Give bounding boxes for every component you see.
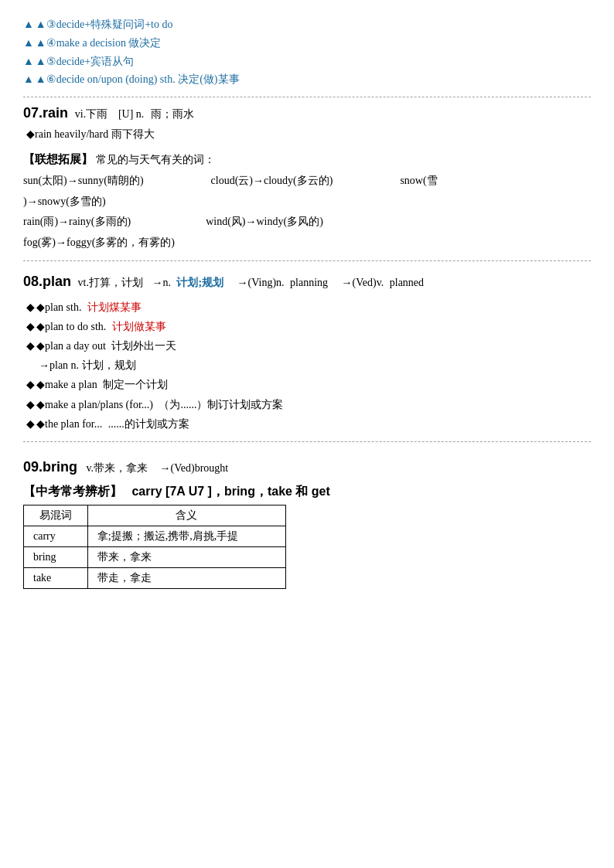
- plan-def1: vt.打算，计划: [78, 277, 143, 288]
- expand-word-2: snow(雪: [400, 175, 437, 186]
- blue-triangle-6: ▲: [23, 73, 34, 85]
- table-header-row: 易混词 含义: [24, 505, 286, 526]
- plan-bullet5: ◆◆make a plan/plans (for...) （为......）制订…: [23, 395, 591, 414]
- table-row-carry: carry 拿;提搬；搬运,携带,肩挑,手提: [24, 526, 286, 547]
- plan-bullet2: ◆◆plan to do sth. 计划做某事: [23, 317, 591, 336]
- vocab-table-wrapper: 易混词 含义 carry 拿;提搬；搬运,携带,肩挑,手提 bring 带来，拿…: [23, 505, 591, 589]
- plan-bullet1-cn: 计划煤某事: [87, 301, 142, 313]
- page-content: ▲▲③decide+特殊疑问词+to do ▲▲④make a decision…: [23, 15, 591, 589]
- plan-bullet1: ◆◆plan sth. 计划煤某事: [23, 298, 591, 317]
- rain-header: 07.rain vi.下雨 [U] n. 雨；雨水: [23, 105, 591, 121]
- expand-word-5: fog(雾)→foggy(多雾的，有雾的): [23, 237, 175, 248]
- expand-title: 【联想拓展】: [23, 153, 93, 165]
- divider-1: [23, 97, 591, 97]
- col-header-word: 易混词: [24, 505, 88, 526]
- blue-triangle-4: ▲: [23, 37, 34, 49]
- plan-bullet3: ◆◆plan a day out 计划外出一天: [23, 336, 591, 356]
- plan-arrow-n: →plan n. 计划，规划: [39, 356, 591, 375]
- kaokao-words: carry [7A U7 ]，bring，take 和 get: [131, 485, 329, 498]
- bring-word: 09.bring: [23, 459, 77, 475]
- decide-item-4: ▲▲④make a decision 做决定: [23, 34, 591, 53]
- plan-word: 08.plan: [23, 274, 71, 289]
- decide-item-5: ▲▲⑤decide+宾语从句: [23, 53, 591, 71]
- cell-take-def: 带走，拿走: [87, 568, 285, 589]
- divider-3: [23, 441, 591, 442]
- expand-intro: 常见的与天气有关的词：: [96, 154, 215, 165]
- bring-def: v.带来，拿来: [87, 462, 148, 474]
- rain-section: 07.rain vi.下雨 [U] n. 雨；雨水 ◆rain heavily/…: [23, 105, 591, 253]
- plan-bullet2-cn: 计划做某事: [112, 321, 166, 332]
- plan-section: 08.plan vt.打算，计划 →n. 计划;规划 →(Ving)n. pla…: [23, 269, 591, 434]
- bring-section: 09.bring v.带来，拿来 →(Ved)brought 【中考常考辨析】 …: [23, 454, 591, 589]
- rain-bracket: [U] n.: [118, 108, 144, 120]
- rain-pos: vi.下雨: [75, 108, 107, 120]
- expand-word-1: cloud(云)→cloudy(多云的): [211, 175, 333, 186]
- plan-bullet3-cn: 计划外出一天: [111, 340, 176, 352]
- vocab-table: 易混词 含义 carry 拿;提搬；搬运,携带,肩挑,手提 bring 带来，拿…: [23, 505, 286, 589]
- plan-arr1: →n.: [152, 277, 171, 288]
- plan-bullet4-cn: 制定一个计划: [103, 379, 168, 390]
- plan-ving: planning: [290, 277, 328, 288]
- expand-word-0: sun(太阳)→sunny(晴朗的): [23, 175, 144, 186]
- cell-carry-word: carry: [24, 526, 88, 547]
- rain-word: 07.rain: [23, 105, 68, 121]
- cell-carry-def: 拿;提搬；搬运,携带,肩挑,手提: [87, 526, 285, 547]
- plan-bullet5-cn: （为......）制订计划或方案: [159, 399, 283, 410]
- rain-def: 雨；雨水: [151, 108, 194, 120]
- blue-triangle-3: ▲: [23, 19, 34, 30]
- decide-item-3: ▲▲③decide+特殊疑问词+to do: [23, 15, 591, 34]
- rain-expand: 【联想拓展】 常见的与天气有关的词： sun(太阳)→sunny(晴朗的) cl…: [23, 148, 591, 253]
- expand-word-2b: )→snowy(多雪的): [23, 196, 106, 207]
- plan-arr3: →(Ved)v.: [342, 277, 384, 288]
- rain-bullet1: ◆rain heavily/hard 雨下得大: [23, 124, 591, 144]
- blue-triangle-5: ▲: [23, 56, 34, 67]
- cell-bring-word: bring: [24, 547, 88, 568]
- expand-word-3: rain(雨)→rainy(多雨的): [23, 216, 131, 227]
- plan-n-def: 计划;规划: [176, 277, 223, 288]
- kaokao-title: 【中考常考辨析】 carry [7A U7 ]，bring，take 和 get: [23, 485, 330, 498]
- plan-ved: planned: [390, 277, 424, 288]
- decide-item-6: ▲▲⑥decide on/upon (doing) sth. 决定(做)某事: [23, 70, 591, 89]
- col-header-meaning: 含义: [87, 505, 285, 526]
- table-row-bring: bring 带来，拿来: [24, 547, 286, 568]
- plan-arr2: →(Ving)n.: [237, 277, 285, 288]
- table-row-take: take 带走，拿走: [24, 568, 286, 589]
- bring-arr: →(Ved)brought: [160, 462, 229, 474]
- cell-bring-def: 带来，拿来: [87, 547, 285, 568]
- plan-bullet4: ◆◆make a plan 制定一个计划: [23, 375, 591, 394]
- divider-2: [23, 260, 591, 261]
- decide-section: ▲▲③decide+特殊疑问词+to do ▲▲④make a decision…: [23, 15, 591, 89]
- bring-header: 09.bring v.带来，拿来 →(Ved)brought: [23, 454, 591, 479]
- plan-bullet6: ◆◆the plan for... ......的计划或方案: [23, 414, 591, 434]
- cell-take-word: take: [24, 568, 88, 589]
- kaokao-block: 【中考常考辨析】 carry [7A U7 ]，bring，take 和 get: [23, 484, 591, 500]
- expand-word-4: wind(风)→windy(多风的): [206, 216, 323, 227]
- plan-header: 08.plan vt.打算，计划 →n. 计划;规划 →(Ving)n. pla…: [23, 269, 591, 294]
- plan-bullet6-cn: ......的计划或方案: [108, 418, 189, 430]
